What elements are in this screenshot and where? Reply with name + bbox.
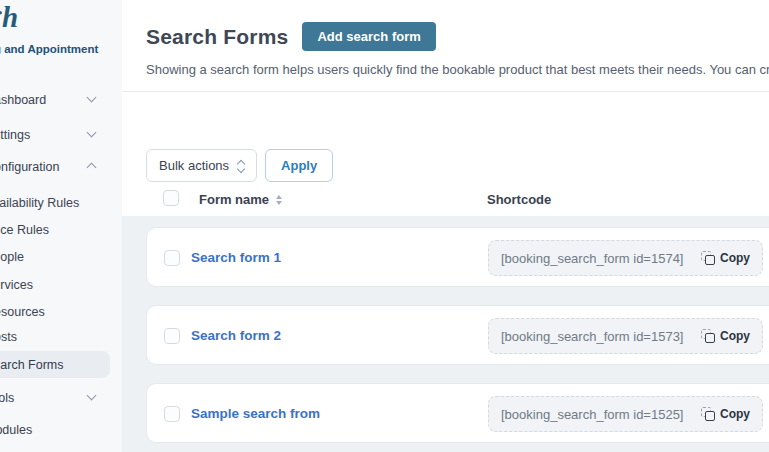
sidebar-item-availability-rules[interactable]: Availability Rules [0,196,122,210]
page-title: Search Forms [146,25,288,49]
copy-icon [701,329,715,343]
sidebar-item-settings[interactable]: Settings [0,128,122,142]
copy-button[interactable]: Copy [701,251,750,265]
brand-name: Booking and Appointment [0,43,122,55]
copy-button-label: Copy [720,329,750,343]
brand-logo-icon: h [2,0,18,34]
sidebar-item-label: Services [0,278,33,292]
sidebar-item-label: Configuration [0,160,59,174]
sidebar-item-configuration[interactable]: Configuration [0,160,122,174]
sidebar-item-resources[interactable]: Resources [0,305,122,319]
copy-icon [701,251,715,265]
select-updown-icon [238,159,244,172]
shortcode-pill: [booking_search_form id=1574] Copy [488,240,763,276]
column-header-form-name[interactable]: Form name [199,192,282,207]
apply-button[interactable]: Apply [265,149,333,182]
sidebar-item-costs[interactable]: Costs [0,330,122,344]
copy-button[interactable]: Copy [701,329,750,343]
form-name-link[interactable]: Search form 2 [191,328,281,343]
sidebar-item-label: Costs [0,330,17,344]
form-name-link[interactable]: Sample search from [191,406,320,421]
sidebar-item-people[interactable]: People [0,250,122,264]
main-panel: Search Forms Add search form Showing a s… [122,0,769,452]
add-search-form-button[interactable]: Add search form [302,22,435,51]
table-header-row: Form name Shortcode [122,188,769,216]
sidebar-item-label: Price Rules [0,223,49,237]
row-checkbox[interactable] [164,328,180,344]
shortcode-pill: [booking_search_form id=1525] Copy [488,396,763,432]
select-all-checkbox[interactable] [163,190,179,206]
shortcode-value: [booking_search_form id=1573] [501,329,701,344]
shortcode-value: [booking_search_form id=1574] [501,251,701,266]
row-checkbox[interactable] [164,250,180,266]
sidebar-item-price-rules[interactable]: Price Rules [0,223,122,237]
app-window: h Booking and Appointment Dashboard Sett… [0,0,769,452]
sidebar-inner: h Booking and Appointment Dashboard Sett… [0,0,122,452]
sidebar-item-label: Search Forms [0,358,64,372]
sidebar-item-label: People [0,250,24,264]
sidebar-item-label: Resources [0,305,45,319]
shortcode-value: [booking_search_form id=1525] [501,407,701,422]
form-name-link[interactable]: Search form 1 [191,250,281,265]
table-row: Sample search from [booking_search_form … [146,383,769,443]
chevron-down-icon [87,93,97,103]
bulk-actions-label: Bulk actions [159,158,229,173]
sidebar-item-search-forms[interactable]: Search Forms [0,358,122,372]
table-row: Search form 2 [booking_search_form id=15… [146,305,769,365]
sidebar-item-services[interactable]: Services [0,278,122,292]
sidebar-item-label: Tools [0,391,14,405]
bulk-actions-toolbar: Bulk actions Apply [146,149,333,182]
copy-button-label: Copy [720,407,750,421]
page-header: Search Forms Add search form Showing a s… [122,0,769,92]
copy-icon [701,407,715,421]
sidebar-item-dashboard[interactable]: Dashboard [0,93,122,107]
sidebar-item-label: Availability Rules [0,196,79,210]
form-name-header-label: Form name [199,192,269,207]
sidebar: h Booking and Appointment Dashboard Sett… [0,0,122,452]
content-area: Bulk actions Apply Form name Shortcode S… [122,92,769,452]
page-description: Showing a search form helps users quickl… [146,62,769,77]
sidebar-item-label: Dashboard [0,93,46,107]
copy-button[interactable]: Copy [701,407,750,421]
shortcode-pill: [booking_search_form id=1573] Copy [488,318,763,354]
row-checkbox[interactable] [164,406,180,422]
sidebar-item-modules[interactable]: Modules [0,423,122,437]
bulk-actions-select[interactable]: Bulk actions [146,149,257,182]
sort-icon [276,195,282,205]
table-row: Search form 1 [booking_search_form id=15… [146,227,769,287]
sidebar-item-label: Settings [0,128,30,142]
copy-button-label: Copy [720,251,750,265]
sidebar-item-label: Modules [0,423,32,437]
chevron-up-icon [87,163,97,173]
chevron-down-icon [87,391,97,401]
column-header-shortcode: Shortcode [487,192,551,207]
sidebar-item-tools[interactable]: Tools [0,391,122,405]
chevron-down-icon [87,128,97,138]
